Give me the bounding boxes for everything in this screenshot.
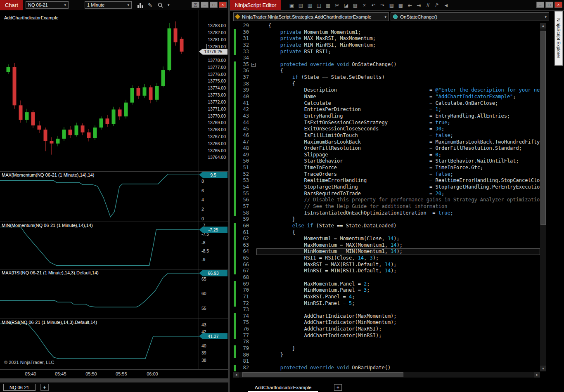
code-line-38[interactable]: 38 { (233, 81, 540, 87)
code-line-41[interactable]: 41 Calculate = Calculate.OnBarClose; (233, 100, 540, 107)
code-line-36[interactable]: 36 { (233, 68, 540, 74)
method-selector-dropdown[interactable]: OnStateChange() ▾ (391, 12, 549, 21)
code-line-48[interactable]: 48 OrderFillResolution = OrderFillResolu… (233, 145, 540, 152)
code-line-79[interactable]: 79 } (233, 345, 540, 352)
code-line-82[interactable]: 82 protected override void OnBarUpdate() (233, 365, 540, 371)
minimize-button[interactable]: – (201, 2, 209, 8)
code-line-64[interactable]: 64 MinMomentum = MIN(Momentum1, 14); (233, 248, 540, 255)
add-chart-tab-button[interactable]: + (40, 384, 49, 391)
code-line-39[interactable]: 39 Description = @"Enter the description… (233, 87, 540, 94)
close-button[interactable]: × (555, 2, 562, 8)
code-line-40[interactable]: 40 Name = "AddChartIndicatorExample"; (233, 94, 540, 100)
code-line-65[interactable]: 65 RSI1 = RSI(Close, 14, 3); (233, 255, 540, 262)
save-icon[interactable]: ▣ (288, 2, 296, 9)
code-line-61[interactable]: 61 { (233, 229, 540, 236)
code-line-66[interactable]: 66 MaxRSI = MAX(RSI1.Default, 14); (233, 262, 540, 268)
maximize-button[interactable]: □ (210, 2, 218, 8)
code-line-56[interactable]: 56 // Disable this property for performa… (233, 197, 540, 203)
code-line-62[interactable]: 62 Momentum1 = Momentum(Close, 14); (233, 236, 540, 242)
horizontal-scroll-thumb[interactable] (242, 372, 403, 377)
chart-style-icon[interactable] (137, 2, 143, 8)
code-line-32[interactable]: 32 private MIN MinRSI, MinMomentum; (233, 42, 540, 49)
save-all-icon[interactable]: ▤ (297, 2, 305, 9)
code-line-68[interactable]: 68 (233, 274, 540, 281)
print-preview-icon[interactable]: ◫ (315, 2, 323, 9)
zoom-icon[interactable] (158, 2, 163, 8)
ninjascript-explorer-tab[interactable]: NinjaScript Explorer (555, 11, 563, 66)
code-line-60[interactable]: 60 else if (State == State.DataLoaded) (233, 223, 540, 229)
select-all-icon[interactable]: ▦ (324, 2, 332, 9)
comment-selection-icon[interactable]: // (424, 2, 432, 9)
code-line-37[interactable]: 37 if (State == State.SetDefaults) (233, 74, 540, 81)
class-selector-dropdown[interactable]: NinjaTrader.NinjaScript.Strategies.AddCh… (233, 12, 389, 21)
vertical-scroll-thumb[interactable] (540, 31, 546, 225)
code-line-43[interactable]: 43 EntryHandling = EntryHandling.AllEntr… (233, 113, 540, 120)
close-button[interactable]: × (219, 2, 227, 8)
maximize-button[interactable]: □ (545, 2, 553, 8)
code-line-33[interactable]: 33 private RSI RSI1; (233, 49, 540, 55)
toolbar-more-icon[interactable]: ▾ (168, 2, 170, 8)
code-line-49[interactable]: 49 Slippage = 0; (233, 152, 540, 158)
code-line-71[interactable]: 71 MaxRSI.Panel = 4; (233, 294, 540, 300)
cut-icon[interactable]: ✂ (333, 2, 341, 9)
code-line-55[interactable]: 55 BarsRequiredToTrade = 20; (233, 191, 540, 197)
indent-icon[interactable]: ⇥ (415, 2, 423, 9)
code-line-50[interactable]: 50 StartBehavior = StartBehavior.WaitUnt… (233, 158, 540, 165)
debug-flag-icon[interactable]: ◄ (442, 2, 450, 9)
code-line-74[interactable]: 74 AddChartIndicator(MaxMomentum); (233, 313, 540, 320)
code-line-69[interactable]: 69 MaxMomentum.Panel = 2; (233, 281, 540, 288)
code-line-44[interactable]: 44 IsExitOnSessionCloseStrategy = true; (233, 120, 540, 126)
layout-button[interactable]: ◰ (192, 2, 199, 8)
scroll-up-icon[interactable]: ▲ (540, 23, 546, 28)
code-line-58[interactable]: 58 IsInstantiatedOnEachOptimizationItera… (233, 210, 540, 217)
code-line-63[interactable]: 63 MaxMomentum = MAX(Momentum1, 14); (233, 242, 540, 249)
instrument-select[interactable]: NQ 06-21 ▾ (26, 1, 69, 9)
code-editor[interactable]: 29 {30 private Momentum Momentum1;31 pri… (233, 23, 540, 371)
tab-addchartindicatorexample[interactable]: AddChartIndicatorExample (248, 383, 318, 392)
code-line-75[interactable]: 75 AddChartIndicator(MinMomentum); (233, 319, 540, 326)
code-line-80[interactable]: 80 } (233, 352, 540, 359)
delete-icon[interactable]: × (360, 2, 368, 9)
indicator-plot[interactable] (0, 222, 199, 269)
code-line-42[interactable]: 42 EntriesPerDirection = 1; (233, 106, 540, 113)
redo-icon[interactable]: ↷ (379, 2, 386, 9)
code-line-53[interactable]: 53 RealtimeErrorHandling = RealtimeError… (233, 177, 540, 184)
code-line-72[interactable]: 72 MinRSI.Panel = 5; (233, 300, 540, 307)
uncomment-selection-icon[interactable]: /* (433, 2, 441, 9)
drawing-tools-icon[interactable]: ✎ (148, 2, 152, 8)
code-line-70[interactable]: 70 MinMomentum.Panel = 3; (233, 287, 540, 294)
add-editor-tab-button[interactable]: + (334, 384, 342, 391)
code-line-54[interactable]: 54 StopTargetHandling = StopTargetHandli… (233, 184, 540, 191)
code-line-31[interactable]: 31 private MAX MaxRSI, MaxMomentum; (233, 35, 540, 42)
code-line-77[interactable]: 77 AddChartIndicator(MinRSI); (233, 333, 540, 339)
code-line-46[interactable]: 46 IsFillLimitOnTouch = false; (233, 132, 540, 139)
code-line-78[interactable]: 78 (233, 339, 540, 345)
paste-icon[interactable]: ▧ (351, 2, 359, 9)
code-line-29[interactable]: 29 { (233, 23, 540, 29)
code-line-45[interactable]: 45 ExitOnSessionCloseSeconds = 30; (233, 126, 540, 132)
code-line-57[interactable]: 57 // See the Help Guide for additional … (233, 203, 540, 210)
code-line-59[interactable]: 59 } (233, 216, 540, 223)
outdent-icon[interactable]: ⇤ (406, 2, 414, 9)
code-line-73[interactable]: 73 (233, 307, 540, 313)
horizontal-scrollbar[interactable]: ◄ ► (233, 372, 540, 378)
code-line-34[interactable]: 34 (233, 55, 540, 61)
code-line-52[interactable]: 52 TraceOrders = false; (233, 171, 540, 178)
compile-all-icon[interactable]: ▩ (397, 2, 405, 9)
minimize-button[interactable]: – (536, 2, 544, 8)
collapse-icon[interactable]: − (251, 63, 256, 67)
code-line-30[interactable]: 30 private Momentum Momentum1; (233, 29, 540, 36)
undo-icon[interactable]: ↶ (370, 2, 377, 9)
compile-icon[interactable]: ▨ (388, 2, 396, 9)
price-plot[interactable] (0, 10, 199, 171)
scroll-down-icon[interactable]: ▼ (540, 366, 546, 371)
code-line-47[interactable]: 47 MaximumBarsLookBack = MaximumBarsLook… (233, 139, 540, 146)
indicator-plot[interactable] (0, 172, 199, 222)
scroll-right-icon[interactable]: ► (534, 372, 540, 378)
print-icon[interactable]: ▥ (306, 2, 314, 9)
code-line-35[interactable]: 35− protected override void OnStateChang… (233, 61, 540, 68)
vertical-scrollbar[interactable]: ▲ ▼ (540, 23, 546, 371)
chart-scrollbar[interactable] (0, 378, 228, 383)
code-line-67[interactable]: 67 MinRSI = MIN(RSI1.Default, 14); (233, 268, 540, 274)
code-line-76[interactable]: 76 AddChartIndicator(MaxRSI); (233, 326, 540, 333)
